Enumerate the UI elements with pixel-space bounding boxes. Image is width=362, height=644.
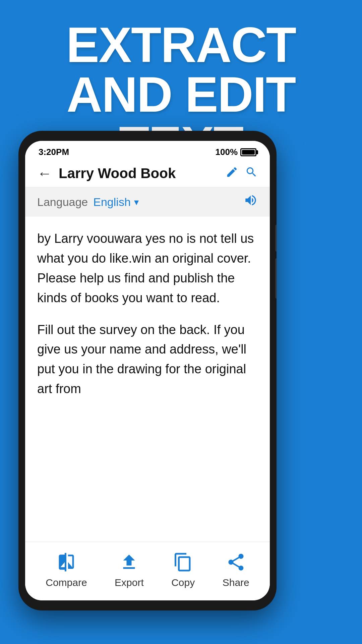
export-button[interactable]: Export	[115, 551, 144, 588]
chevron-down-icon: ▾	[134, 197, 139, 208]
status-time: 3:20PM	[39, 147, 69, 157]
hero-line1: EXTRACT	[13, 20, 349, 70]
status-bar: 3:20PM 100%	[25, 141, 270, 160]
language-value: English	[93, 196, 131, 209]
phone-mockup: 3:20PM 100% ← Larry Wood Book	[18, 131, 277, 610]
compare-icon	[56, 551, 77, 573]
share-button[interactable]: Share	[223, 551, 249, 588]
export-label: Export	[115, 577, 144, 588]
copy-button[interactable]: Copy	[171, 551, 195, 588]
battery-percent: 100%	[216, 147, 238, 157]
copy-label: Copy	[171, 577, 195, 588]
page-title: Larry Wood Book	[59, 165, 219, 181]
compare-label: Compare	[46, 577, 87, 588]
language-label: Language	[37, 196, 88, 209]
phone-side-button-2	[275, 258, 277, 299]
phone-screen: 3:20PM 100% ← Larry Wood Book	[25, 141, 270, 600]
battery-icon	[240, 148, 256, 156]
language-selector[interactable]: English ▾	[93, 196, 139, 209]
battery-fill	[242, 150, 255, 155]
paragraph-1: by Larry voouwara yes no is not tell us …	[37, 229, 258, 308]
content-text: by Larry voouwara yes no is not tell us …	[37, 229, 258, 399]
search-icon[interactable]	[245, 166, 258, 181]
share-label: Share	[223, 577, 249, 588]
status-right: 100%	[216, 147, 257, 157]
share-icon	[225, 551, 247, 573]
app-header: ← Larry Wood Book	[25, 160, 270, 187]
compare-button[interactable]: Compare	[46, 551, 87, 588]
paragraph-2: Fill out the survey on the back. If you …	[37, 320, 258, 399]
edit-icon[interactable]	[226, 166, 238, 181]
speaker-button[interactable]	[244, 193, 258, 211]
language-bar: Language English ▾	[25, 187, 270, 217]
export-icon	[118, 551, 140, 573]
phone-side-button-1	[275, 225, 277, 252]
content-area: by Larry voouwara yes no is not tell us …	[25, 217, 270, 542]
back-button[interactable]: ←	[37, 166, 52, 181]
bottom-toolbar: Compare Export Copy	[25, 542, 270, 600]
copy-icon	[172, 551, 194, 573]
